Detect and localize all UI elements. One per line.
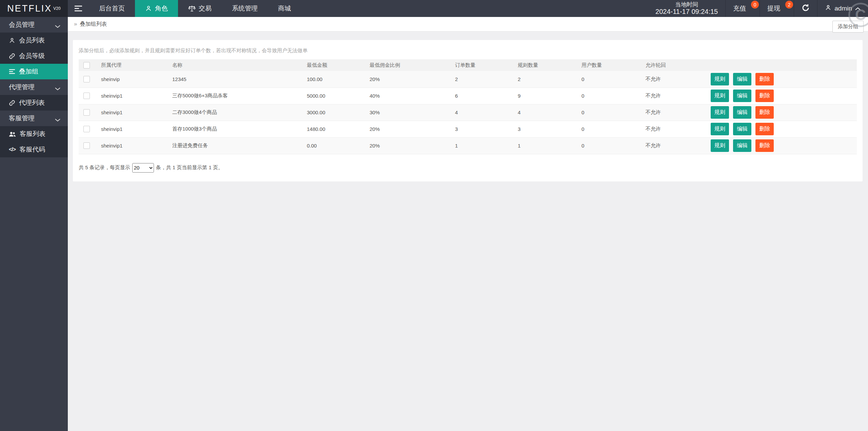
cell-allow-cycle: 不允许 xyxy=(639,121,704,137)
header-rule-count: 规则数量 xyxy=(511,59,575,71)
add-group-button[interactable]: 添加分组 xyxy=(832,21,864,33)
row-checkbox[interactable] xyxy=(83,109,90,116)
sidebar-item-label: 代理列表 xyxy=(19,98,45,107)
sidebar-item-label: 叠加组 xyxy=(19,67,38,76)
topbar-right: 当地时间 2024-11-17 09:24:15 充值 0 提现 2 admin xyxy=(648,0,868,17)
row-checkbox[interactable] xyxy=(83,76,90,82)
chevron-down-icon xyxy=(55,22,60,30)
nav-label: 后台首页 xyxy=(99,4,125,13)
cell-name: 注册进免费任务 xyxy=(165,137,300,154)
cell-allow-cycle: 不允许 xyxy=(639,71,704,87)
row-checkbox[interactable] xyxy=(83,142,90,149)
nav-tab-roles[interactable]: 角色 xyxy=(135,0,178,17)
sidebar-item-member-level[interactable]: 会员等级 xyxy=(0,48,68,64)
cell-user-count: 0 xyxy=(575,71,639,87)
edit-button[interactable]: 编辑 xyxy=(733,123,751,135)
sidebar-item-service-code[interactable]: </> 客服代码 xyxy=(0,142,68,157)
edit-button[interactable]: 编辑 xyxy=(733,90,751,102)
header-min-commission: 最低佣金比例 xyxy=(363,59,448,71)
row-checkbox[interactable] xyxy=(83,93,90,99)
cell-name: 三存5000做6+3商品杀客 xyxy=(165,87,300,104)
sidebar-group-member-management[interactable]: 会员管理 xyxy=(0,17,68,33)
cell-allow-cycle: 不允许 xyxy=(639,87,704,104)
sidebar-group-agent-management[interactable]: 代理管理 xyxy=(0,79,68,95)
sidebar-item-service-list[interactable]: 客服列表 xyxy=(0,126,68,142)
chevron-up-icon xyxy=(855,5,861,12)
person-icon xyxy=(145,5,152,12)
edit-button[interactable]: 编辑 xyxy=(733,73,751,85)
refresh-icon xyxy=(802,4,810,13)
sidebar-item-label: 客服列表 xyxy=(20,130,45,138)
header-min-amount: 最低金额 xyxy=(300,59,363,71)
nav-tab-system[interactable]: 系统管理 xyxy=(222,0,268,17)
sidebar: 会员管理 会员列表 会员等级 叠加组 代理管理 代理列表 客服管理 xyxy=(0,17,68,431)
nav-tab-dashboard[interactable]: 后台首页 xyxy=(89,0,135,17)
sidebar-group-service-management[interactable]: 客服管理 xyxy=(0,111,68,126)
select-all-checkbox[interactable] xyxy=(83,62,90,68)
cell-rule-count: 3 xyxy=(511,121,575,137)
edit-button[interactable]: 编辑 xyxy=(733,139,751,152)
hamburger-icon xyxy=(74,5,82,12)
table-row: sheinvip1 二存3000做4个商品 3000.00 30% 4 4 0 … xyxy=(79,104,857,121)
recharge-badge: 0 xyxy=(751,1,759,8)
delete-button[interactable]: 删除 xyxy=(755,106,774,119)
rule-button[interactable]: 规则 xyxy=(711,90,729,102)
delete-button[interactable]: 删除 xyxy=(755,73,774,85)
cell-min-commission: 20% xyxy=(363,121,448,137)
delete-button[interactable]: 删除 xyxy=(755,123,774,135)
edit-button[interactable]: 编辑 xyxy=(733,106,751,119)
header-order-count: 订单数量 xyxy=(448,59,511,71)
table-header-row: 所属代理 名称 最低金额 最低佣金比例 订单数量 规则数量 用户数量 允许轮回 xyxy=(79,59,857,71)
refresh-button[interactable] xyxy=(794,0,817,17)
person-icon xyxy=(9,37,15,44)
nav-tab-trade[interactable]: 交易 xyxy=(178,0,222,17)
withdraw-button[interactable]: 提现 2 xyxy=(760,0,794,17)
sidebar-group-label: 会员管理 xyxy=(9,20,35,29)
header-user-count: 用户数量 xyxy=(575,59,639,71)
logo-text: NETFLIX xyxy=(7,3,52,14)
cell-rule-count: 4 xyxy=(511,104,575,121)
rule-button[interactable]: 规则 xyxy=(711,73,729,85)
rule-button[interactable]: 规则 xyxy=(711,123,729,135)
cell-min-commission: 20% xyxy=(363,71,448,87)
header-allow-cycle: 允许轮回 xyxy=(639,59,704,71)
nav-label: 系统管理 xyxy=(232,4,258,13)
cell-actions: 规则 编辑 删除 xyxy=(704,104,857,121)
chevron-down-icon xyxy=(55,85,60,92)
chevron-down-icon xyxy=(55,116,60,123)
nav-label: 角色 xyxy=(155,4,168,13)
header-name: 名称 xyxy=(165,59,300,71)
sidebar-item-member-list[interactable]: 会员列表 xyxy=(0,33,68,48)
cell-agent: sheinvip1 xyxy=(94,87,165,104)
cell-min-amount: 3000.00 xyxy=(300,104,363,121)
sidebar-item-agent-list[interactable]: 代理列表 xyxy=(0,95,68,111)
nav-tab-mall[interactable]: 商城 xyxy=(268,0,301,17)
sidebar-item-overlay-group[interactable]: 叠加组 xyxy=(0,64,68,79)
local-time: 当地时间 2024-11-17 09:24:15 xyxy=(648,0,725,17)
page-size-select[interactable]: 20 xyxy=(132,163,154,173)
top-navigation: 后台首页 角色 交易 系统管理 商城 xyxy=(68,0,301,17)
table-hint-text: 添加分组后，必须添加规则，并且规则需要对应好订单个数，若出现不对称情况，会导致用… xyxy=(79,47,857,54)
table-row: sheinvip1 注册进免费任务 0.00 20% 1 1 0 不允许 规则 … xyxy=(79,137,857,154)
cell-min-commission: 40% xyxy=(363,87,448,104)
cell-agent: sheinvip1 xyxy=(94,121,165,137)
cell-name: 二存3000做4个商品 xyxy=(165,104,300,121)
row-checkbox[interactable] xyxy=(83,126,90,132)
logo-version: V20 xyxy=(53,6,60,11)
delete-button[interactable]: 删除 xyxy=(755,139,774,152)
user-menu[interactable]: admin xyxy=(817,0,868,17)
delete-button[interactable]: 删除 xyxy=(755,90,774,102)
sidebar-group-label: 代理管理 xyxy=(9,83,35,92)
rule-button[interactable]: 规则 xyxy=(711,106,729,119)
menu-toggle-button[interactable] xyxy=(68,0,89,17)
sidebar-group-label: 客服管理 xyxy=(9,114,35,123)
list-icon xyxy=(9,69,15,74)
cell-rule-count: 9 xyxy=(511,87,575,104)
rule-button[interactable]: 规则 xyxy=(711,139,729,152)
recharge-button[interactable]: 充值 0 xyxy=(725,0,760,17)
sidebar-item-label: 会员等级 xyxy=(19,52,45,60)
overlay-group-table: 所属代理 名称 最低金额 最低佣金比例 订单数量 规则数量 用户数量 允许轮回 … xyxy=(79,59,857,154)
header-actions xyxy=(704,59,857,71)
breadcrumb-bar: » 叠加组列表 添加分组 xyxy=(68,17,868,32)
withdraw-badge: 2 xyxy=(785,1,793,8)
